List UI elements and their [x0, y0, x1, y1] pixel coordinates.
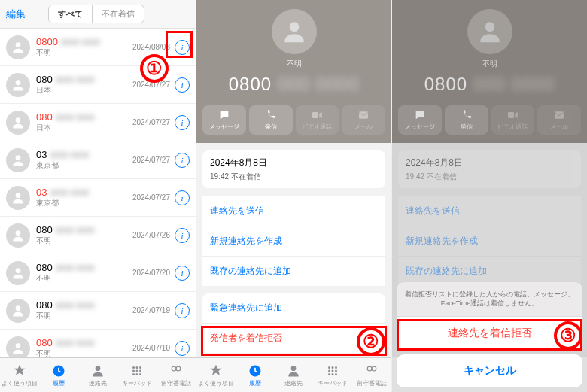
svg-point-1 — [16, 80, 21, 85]
tab-2[interactable]: 連絡先 — [275, 358, 314, 392]
svg-point-29 — [335, 366, 337, 369]
info-button[interactable]: i — [175, 341, 190, 356]
call-location: 不明 — [36, 236, 132, 246]
tab-icon — [12, 363, 27, 378]
tab-icon — [364, 363, 379, 378]
call-date: 2024/07/27 — [132, 118, 170, 126]
opt-share[interactable]: 連絡先を送信 — [202, 196, 385, 226]
info-button[interactable]: i — [175, 266, 190, 281]
call-number: 030000 0000 — [36, 149, 132, 160]
avatar — [6, 73, 30, 97]
tab-label: 履歴 — [249, 379, 261, 387]
contact-card-panel: 不明 0800000 0000 メッセージ発信ビデオ通話メール 2024年8月8… — [196, 0, 391, 392]
info-button[interactable]: i — [175, 228, 190, 243]
action-発信[interactable]: 発信 — [249, 105, 293, 135]
svg-point-11 — [132, 366, 135, 369]
svg-point-21 — [176, 366, 181, 371]
contact-name: 不明 — [287, 59, 302, 69]
call-location: 不明 — [36, 47, 132, 58]
svg-point-34 — [332, 373, 334, 375]
tab-1[interactable]: 履歴 — [39, 358, 78, 392]
svg-point-22 — [289, 22, 299, 32]
action-icon — [218, 109, 230, 121]
svg-point-18 — [136, 373, 138, 375]
tab-1[interactable]: 履歴 — [236, 358, 275, 392]
svg-point-14 — [132, 369, 135, 372]
recents-row[interactable]: 0800000 0000不明2024/07/26i — [0, 217, 196, 254]
tab-label: よく使う項目 — [198, 379, 234, 387]
recents-row[interactable]: 030000 0000東京都2024/07/27i — [0, 141, 196, 179]
recents-panel: 編集 すべて 不在着信 08000000 0000不明2024/08/08i08… — [0, 0, 196, 392]
tab-0[interactable]: よく使う項目 — [196, 358, 236, 392]
call-location: 不明 — [36, 273, 132, 284]
avatar — [6, 299, 30, 323]
action-label: ビデオ通話 — [302, 123, 332, 131]
tab-3[interactable]: キーパッド — [313, 358, 352, 392]
svg-point-35 — [335, 373, 337, 375]
seg-all[interactable]: すべて — [49, 5, 92, 23]
call-date: 2024/07/19 — [132, 306, 170, 315]
info-button[interactable]: i — [175, 190, 190, 205]
tab-4[interactable]: 留守番電話 — [157, 358, 196, 392]
recents-row[interactable]: 0800000 0000不明2024/07/19i — [0, 292, 196, 330]
tab-label: 連絡先 — [89, 379, 107, 387]
action-ビデオ通話: ビデオ通話 — [296, 105, 339, 135]
contact-number: 0800000 0000 — [229, 74, 360, 95]
info-button[interactable]: i — [175, 153, 190, 168]
svg-point-0 — [16, 42, 21, 47]
edit-button[interactable]: 編集 — [6, 8, 26, 21]
info-button[interactable]: i — [175, 115, 190, 130]
svg-point-27 — [328, 366, 330, 369]
recents-row[interactable]: 0800000 0000日本2024/07/27i — [0, 104, 196, 141]
call-location: 日本 — [36, 123, 132, 133]
callout-box-1 — [166, 31, 193, 58]
svg-point-7 — [16, 305, 21, 311]
info-button[interactable]: i — [175, 77, 190, 93]
contact-header: 不明 0800000 0000 メッセージ発信ビデオ通話メール — [196, 0, 391, 143]
call-location: 不明 — [36, 311, 132, 321]
tab-2[interactable]: 連絡先 — [78, 358, 117, 392]
tab-3[interactable]: キーパッド — [117, 358, 157, 392]
opt-emergency[interactable]: 緊急連絡先に追加 — [202, 293, 385, 323]
tab-bar: よく使う項目履歴連絡先キーパッド留守番電話 — [196, 357, 391, 392]
tab-label: キーパッド — [122, 379, 152, 387]
tab-label: 履歴 — [53, 379, 65, 387]
tab-icon — [90, 363, 105, 378]
avatar — [6, 336, 30, 360]
svg-point-20 — [172, 366, 176, 371]
svg-point-13 — [139, 366, 141, 369]
tab-icon — [325, 363, 340, 378]
call-time: 19:42 不在着信 — [210, 172, 378, 182]
sheet-cancel-button[interactable]: キャンセル — [397, 354, 582, 387]
tab-0[interactable]: よく使う項目 — [0, 358, 39, 392]
filter-segment[interactable]: すべて 不在着信 — [48, 5, 144, 23]
tab-label: 留守番電話 — [161, 379, 191, 387]
call-date: 2024/07/27 — [132, 193, 170, 202]
call-number: 0800000 0000 — [36, 74, 132, 85]
call-date: 2024/08/08 — [132, 43, 170, 51]
info-button[interactable]: i — [175, 303, 190, 318]
tab-4[interactable]: 留守番電話 — [352, 358, 391, 392]
svg-point-30 — [328, 369, 330, 372]
call-number: 0800000 0000 — [36, 111, 132, 123]
svg-point-15 — [136, 369, 138, 372]
opt-new-contact[interactable]: 新規連絡先を作成 — [202, 226, 385, 256]
avatar — [6, 111, 30, 135]
recents-row[interactable]: 0800000 0000不明2024/07/20i — [0, 254, 196, 292]
svg-point-31 — [332, 369, 334, 372]
tab-icon — [248, 363, 263, 378]
recents-row[interactable]: 030000 0000東京都2024/07/27i — [0, 179, 196, 217]
action-メッセージ[interactable]: メッセージ — [202, 105, 246, 135]
tab-label: 連絡先 — [284, 379, 303, 387]
svg-point-4 — [16, 193, 21, 198]
call-number: 0800000 0000 — [36, 262, 132, 273]
call-number: 030000 0000 — [36, 187, 132, 198]
seg-missed[interactable]: 不在着信 — [92, 5, 144, 23]
avatar — [6, 148, 30, 172]
recents-header: 編集 すべて 不在着信 — [0, 0, 196, 29]
tab-icon — [208, 363, 224, 378]
opt-add-contact[interactable]: 既存の連絡先に追加 — [202, 256, 385, 286]
avatar — [6, 223, 30, 248]
tab-icon — [169, 363, 184, 378]
avatar — [6, 186, 30, 210]
